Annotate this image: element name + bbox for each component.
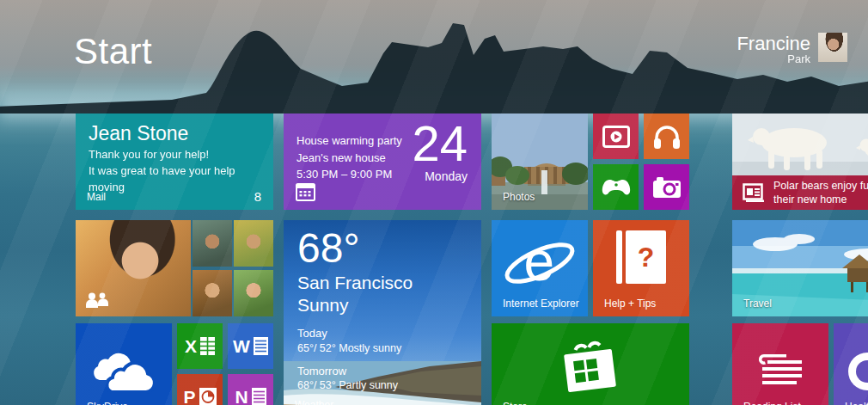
tile-photos[interactable]: Photos [492, 114, 588, 210]
powerpoint-letter: P [183, 387, 195, 405]
weather-current-temp: 68° [297, 225, 468, 272]
calendar-weekday: Monday [412, 169, 468, 183]
store-bag-icon [549, 338, 632, 405]
people-photo-2 [234, 220, 273, 267]
mail-preview: It was great to have your help moving [89, 163, 260, 196]
calendar-icon [296, 183, 315, 201]
news-headline-line1: Polar bears enjoy fun, fr [773, 179, 868, 193]
game-controller-icon [601, 177, 632, 198]
tile-people[interactable] [76, 220, 273, 316]
people-icon [85, 292, 109, 309]
help-question-mark: ? [638, 242, 655, 273]
news-headline-bar: Polar bears enjoy fun, fr their new home [732, 175, 868, 210]
tile-internet-explorer[interactable]: e Internet Explorer [492, 220, 588, 316]
user-account-button[interactable]: Francine Park [737, 33, 847, 65]
tile-store[interactable]: Store [492, 323, 689, 405]
tile-onenote[interactable]: N [228, 374, 273, 405]
tile-weather[interactable]: 68° San Francisco Sunny Today 65°/ 52° M… [284, 220, 481, 405]
help-book-icon: ? [616, 230, 666, 284]
travel-label: Travel [743, 298, 772, 310]
reading-list-icon [757, 353, 804, 390]
weather-today-label: Today [297, 326, 468, 341]
mail-subject: Thank you for your help! [89, 147, 260, 163]
weather-city: San Francisco [297, 272, 468, 294]
word-letter: W [233, 336, 250, 357]
tile-travel[interactable]: Travel [732, 220, 868, 316]
page-title: Start [74, 31, 152, 72]
skydrive-label: SkyDrive [87, 401, 128, 405]
people-photo-3 [193, 270, 232, 316]
user-first-name: Francine [737, 34, 810, 53]
weather-condition: Sunny [297, 294, 468, 316]
tile-news[interactable]: Polar bears enjoy fun, fr their new home [732, 114, 868, 210]
powerpoint-chart-icon [199, 388, 217, 405]
news-headline-line2: their new home [773, 193, 868, 206]
news-icon [743, 183, 765, 202]
tile-health[interactable]: Health [834, 323, 868, 405]
tile-music-app[interactable] [644, 114, 689, 159]
weather-tomorrow-label: Tomorrow [297, 364, 468, 379]
weather-tomorrow-forecast: 68°/ 53° Partly sunny [297, 378, 468, 393]
reading-list-label: Reading List [743, 401, 801, 405]
mail-unread-badge: 8 [254, 189, 261, 204]
tile-video-app[interactable] [593, 114, 639, 159]
internet-explorer-label: Internet Explorer [503, 298, 579, 310]
tile-camera-app[interactable] [644, 164, 689, 210]
tile-help-tips[interactable]: ? Help + Tips [593, 220, 689, 316]
weather-today-forecast: 65°/ 52° Mostly sunny [297, 341, 468, 356]
excel-letter: X [185, 336, 197, 357]
tile-skydrive[interactable]: SkyDrive [76, 323, 172, 405]
tile-mail[interactable]: Jean Stone Thank you for your help! It w… [76, 114, 273, 210]
weather-label: Weather [295, 399, 333, 405]
people-photo-1 [193, 220, 232, 267]
user-avatar [818, 33, 847, 62]
user-last-name: Park [737, 53, 810, 65]
tile-word[interactable]: W [228, 323, 273, 369]
health-icon [846, 350, 868, 393]
tile-excel[interactable]: X [177, 323, 223, 369]
video-icon [602, 126, 630, 148]
onenote-letter: N [235, 387, 248, 405]
headphones-icon [653, 124, 681, 150]
help-tips-label: Help + Tips [604, 298, 656, 310]
tile-calendar[interactable]: House warming party Jean's new house 5:3… [284, 114, 481, 210]
polar-bears-photo [732, 114, 868, 175]
tile-games-app[interactable] [593, 164, 639, 210]
tile-powerpoint[interactable]: P [177, 374, 223, 405]
people-photo-4 [234, 270, 273, 316]
skydrive-clouds-icon [88, 347, 160, 396]
store-label: Store [503, 401, 528, 405]
excel-sheet-icon [200, 337, 215, 355]
mail-sender: Jean Stone [89, 122, 260, 145]
internet-explorer-logo: e [523, 230, 554, 293]
photos-label: Photos [503, 191, 535, 203]
onenote-page-icon [252, 388, 266, 405]
mail-label: Mail [87, 191, 106, 203]
start-screen: Start Francine Park Jean Stone Thank you… [0, 0, 868, 405]
tile-reading-list[interactable]: Reading List [732, 323, 828, 405]
camera-icon [652, 176, 682, 199]
calendar-day-number: 24 [412, 119, 468, 169]
word-doc-icon [254, 337, 268, 355]
health-label: Health [845, 401, 868, 405]
